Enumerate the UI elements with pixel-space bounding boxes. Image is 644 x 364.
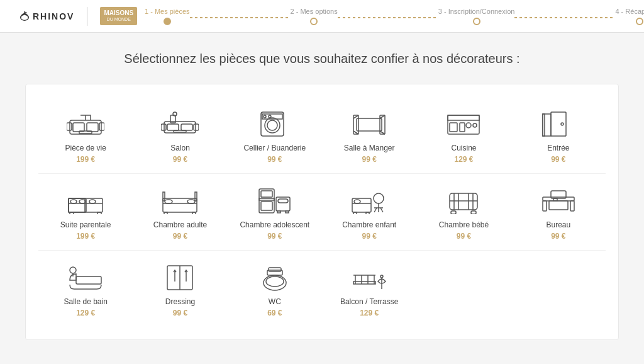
svg-rect-52 xyxy=(163,192,165,201)
wc-price: 69 € xyxy=(267,309,282,317)
cellier-buanderie-name: Cellier / Buanderie xyxy=(243,144,306,152)
room-card-cellier-buanderie[interactable]: Cellier / Buanderie99 € xyxy=(228,97,322,173)
svg-rect-44 xyxy=(89,200,96,203)
svg-rect-37 xyxy=(543,114,551,136)
main-content: Sélectionnez les pièces que vous souhait… xyxy=(0,33,644,359)
svg-rect-59 xyxy=(278,199,288,203)
chambre-adolescent-price: 99 € xyxy=(267,232,282,241)
step-2-circle xyxy=(310,18,318,25)
svg-rect-38 xyxy=(543,114,545,136)
step-3-label: 3 - Inscription/Connexion xyxy=(438,8,515,15)
svg-rect-79 xyxy=(543,201,547,211)
piece-de-vie-icon xyxy=(67,109,104,137)
svg-point-101 xyxy=(380,275,383,278)
svg-rect-63 xyxy=(354,200,360,203)
svg-point-92 xyxy=(266,276,284,287)
svg-rect-51 xyxy=(192,212,196,214)
svg-point-34 xyxy=(473,123,477,127)
chambre-enfant-price: 99 € xyxy=(362,232,376,241)
room-card-chambre-enfant[interactable]: Chambre enfant99 € xyxy=(322,174,416,250)
room-card-salle-de-bain[interactable]: Salle de bain129 € xyxy=(38,251,133,327)
dressing-price: 99 € xyxy=(173,309,187,317)
chambre-enfant-icon xyxy=(350,186,388,214)
room-card-bureau[interactable]: Bureau99 € xyxy=(511,174,606,250)
room-card-piece-de-vie[interactable]: Pièce de vie199 € xyxy=(38,97,133,173)
room-card-salle-a-manger[interactable]: Salle à Manger99 € xyxy=(322,97,416,173)
piece-de-vie-name: Pièce de vie xyxy=(65,144,106,152)
svg-rect-94 xyxy=(269,268,281,271)
wc-name: WC xyxy=(269,297,281,306)
svg-line-70 xyxy=(380,208,383,212)
svg-rect-12 xyxy=(194,124,199,130)
salle-a-manger-icon xyxy=(350,109,388,137)
balcon-terrasse-icon xyxy=(350,263,388,291)
svg-rect-11 xyxy=(161,124,166,130)
dressing-name: Dressing xyxy=(165,297,195,306)
chambre-bebe-name: Chambre bébé xyxy=(439,220,489,229)
step-3-circle xyxy=(473,18,480,25)
svg-point-21 xyxy=(269,115,271,118)
svg-rect-2 xyxy=(73,123,84,132)
salle-a-manger-name: Salle à Manger xyxy=(344,144,395,152)
wc-icon xyxy=(256,263,294,291)
step-4-circle xyxy=(636,18,643,25)
room-card-entree[interactable]: Entrée99 € xyxy=(511,97,606,173)
room-card-salon[interactable]: Salon99 € xyxy=(133,97,227,173)
chambre-enfant-name: Chambre enfant xyxy=(342,220,396,229)
svg-rect-53 xyxy=(195,192,197,201)
svg-rect-83 xyxy=(553,198,557,201)
chambre-adolescent-name: Chambre adolescent xyxy=(240,220,309,229)
dressing-icon xyxy=(161,263,199,291)
svg-line-69 xyxy=(374,208,377,212)
svg-point-20 xyxy=(264,115,266,118)
step-3[interactable]: 3 - Inscription/Connexion xyxy=(438,8,515,25)
room-card-cuisine[interactable]: Cuisine129 € xyxy=(416,97,511,173)
step-2-label: 2 - Mes options xyxy=(291,8,338,15)
room-card-wc[interactable]: WC69 € xyxy=(228,251,322,327)
svg-rect-49 xyxy=(187,200,195,203)
page-title: Sélectionnez les pièces que vous souhait… xyxy=(25,52,619,66)
room-card-chambre-adolescent[interactable]: Chambre adolescent99 € xyxy=(228,174,322,250)
chambre-bebe-icon xyxy=(445,186,482,214)
header: RHINOV MAISONS DU MONDE 1 - Mes pièces 2… xyxy=(0,0,644,33)
step-1[interactable]: 1 - Mes pièces xyxy=(145,8,190,25)
balcon-terrasse-price: 129 € xyxy=(360,309,379,317)
step-2[interactable]: 2 - Mes options xyxy=(291,8,338,25)
svg-rect-32 xyxy=(460,123,465,132)
svg-rect-78 xyxy=(543,197,574,201)
stepper: 1 - Mes pièces 2 - Mes options 3 - Inscr… xyxy=(145,8,644,25)
svg-rect-81 xyxy=(549,201,568,210)
bureau-icon xyxy=(540,186,577,214)
svg-rect-95 xyxy=(353,282,375,284)
step-1-label: 1 - Mes pièces xyxy=(145,8,190,15)
room-card-dressing[interactable]: Dressing99 € xyxy=(133,251,227,327)
step-4[interactable]: 4 - Récapitulatif xyxy=(615,8,644,25)
svg-rect-8 xyxy=(164,122,196,133)
step-4-label: 4 - Récapitulatif xyxy=(615,8,644,15)
svg-rect-61 xyxy=(286,211,289,213)
room-card-chambre-adulte[interactable]: Chambre adulte99 € xyxy=(133,174,227,250)
svg-rect-64 xyxy=(353,212,357,214)
svg-rect-22 xyxy=(357,118,382,131)
cellier-buanderie-price: 99 € xyxy=(267,155,282,164)
rhinov-logo: RHINOV xyxy=(19,11,74,22)
mdm-logo: MAISONS DU MONDE xyxy=(100,7,137,25)
room-card-suite-parentale[interactable]: Suite parentale199 € xyxy=(38,174,133,250)
chambre-adulte-name: Chambre adulte xyxy=(153,220,207,229)
svg-rect-84 xyxy=(76,276,101,284)
svg-rect-46 xyxy=(97,212,101,214)
svg-rect-47 xyxy=(163,198,197,212)
room-card-chambre-bebe[interactable]: Chambre bébé99 € xyxy=(416,174,511,250)
bureau-name: Bureau xyxy=(546,220,570,229)
bureau-price: 99 € xyxy=(551,232,565,241)
salle-a-manger-price: 99 € xyxy=(362,155,376,164)
svg-rect-80 xyxy=(570,201,574,211)
cellier-buanderie-icon xyxy=(256,109,294,137)
chambre-adolescent-icon xyxy=(256,186,294,214)
svg-rect-57 xyxy=(261,202,272,210)
svg-rect-19 xyxy=(262,114,282,119)
svg-rect-30 xyxy=(448,115,479,120)
svg-point-18 xyxy=(267,120,277,130)
room-card-balcon-terrasse[interactable]: Balcon / Terrasse129 € xyxy=(322,251,416,327)
svg-rect-5 xyxy=(99,123,104,130)
